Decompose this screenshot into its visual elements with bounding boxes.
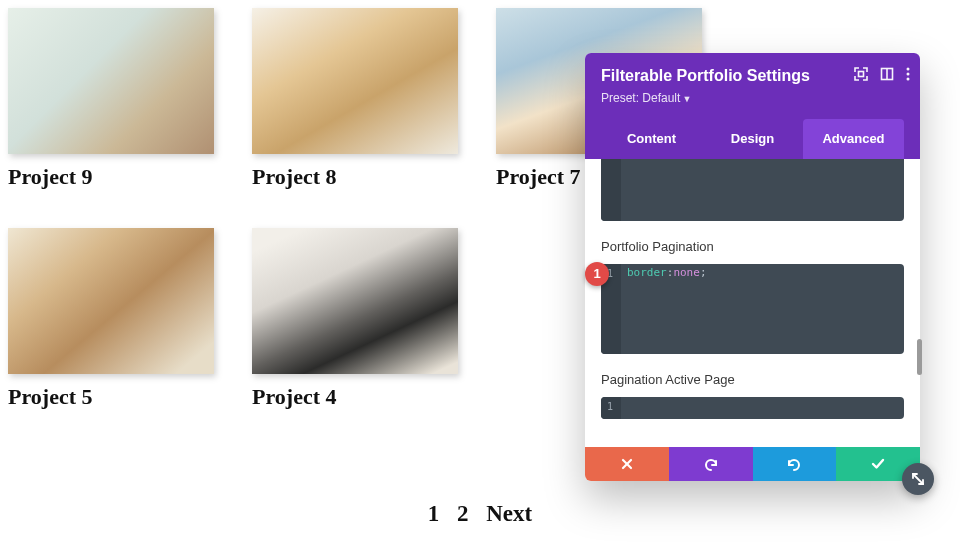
redo-button[interactable] xyxy=(753,447,837,481)
expand-icon[interactable] xyxy=(854,67,868,81)
svg-line-8 xyxy=(913,474,923,484)
discard-button[interactable] xyxy=(585,447,669,481)
project-title: Project 8 xyxy=(252,164,492,190)
resize-handle[interactable] xyxy=(902,463,934,495)
css-editor[interactable] xyxy=(601,159,904,221)
line-number: 1 xyxy=(607,401,613,412)
header-actions xyxy=(854,67,910,81)
project-title: Project 9 xyxy=(8,164,248,190)
project-thumbnail[interactable] xyxy=(8,228,214,374)
section-label-active-page: Pagination Active Page xyxy=(601,372,904,387)
preset-selector[interactable]: Preset: Default▼ xyxy=(601,91,904,105)
settings-tabs: Content Design Advanced xyxy=(601,119,904,159)
scrollbar-thumb[interactable] xyxy=(917,339,922,375)
svg-point-5 xyxy=(907,78,910,81)
settings-panel: Filterable Portfolio Settings Preset: De… xyxy=(585,53,920,481)
tab-content[interactable]: Content xyxy=(601,119,702,159)
section-label-pagination: Portfolio Pagination xyxy=(601,239,904,254)
project-title: Project 5 xyxy=(8,384,248,410)
tab-advanced[interactable]: Advanced xyxy=(803,119,904,159)
portfolio-item[interactable]: Project 4 xyxy=(252,228,492,410)
css-editor-active-page[interactable]: 1 xyxy=(601,397,904,419)
portfolio-item[interactable]: Project 5 xyxy=(8,228,248,410)
panel-body: Portfolio Pagination 1 1 border:none; Pa… xyxy=(585,159,920,447)
undo-button[interactable] xyxy=(669,447,753,481)
project-thumbnail[interactable] xyxy=(8,8,214,154)
svg-rect-0 xyxy=(859,72,864,77)
page-1-link[interactable]: 1 xyxy=(428,501,440,527)
next-page-link[interactable]: Next xyxy=(486,501,532,527)
portfolio-item[interactable]: Project 8 xyxy=(252,8,492,190)
preset-label: Preset: Default xyxy=(601,91,680,105)
pagination: 1 2 Next xyxy=(0,501,960,527)
code-gutter xyxy=(601,159,621,221)
svg-point-4 xyxy=(907,73,910,76)
portfolio-item[interactable]: Project 9 xyxy=(8,8,248,190)
svg-point-3 xyxy=(907,68,910,71)
css-editor-pagination[interactable]: 1 border:none; xyxy=(601,264,904,354)
project-thumbnail[interactable] xyxy=(252,8,458,154)
project-title: Project 4 xyxy=(252,384,492,410)
code-content: border:none; xyxy=(627,266,707,279)
panel-header[interactable]: Filterable Portfolio Settings Preset: De… xyxy=(585,53,920,159)
columns-icon[interactable] xyxy=(880,67,894,81)
page-2-link[interactable]: 2 xyxy=(457,501,469,527)
project-thumbnail[interactable] xyxy=(252,228,458,374)
tab-design[interactable]: Design xyxy=(702,119,803,159)
annotation-marker-1: 1 xyxy=(585,262,609,286)
panel-footer xyxy=(585,447,920,481)
more-icon[interactable] xyxy=(906,67,910,81)
chevron-down-icon: ▼ xyxy=(682,94,691,104)
